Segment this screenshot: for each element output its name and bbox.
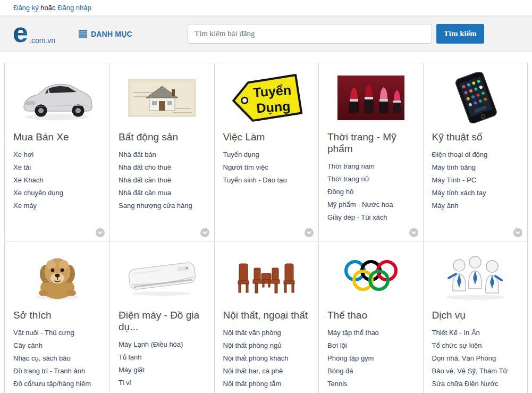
category-link[interactable]: Nội thất bar, cà phê	[223, 367, 283, 375]
category-link[interactable]: Mỹ phẩm - Nước hoa	[327, 200, 393, 209]
category-link[interactable]: Thời trang nữ	[327, 175, 369, 183]
category-link[interactable]: Bóng đá	[327, 367, 353, 375]
category-link[interactable]: Xe Khách	[13, 176, 43, 185]
category-link[interactable]: Xe hơi	[13, 150, 33, 159]
category-link-item: Thời trang nam	[327, 161, 415, 171]
category-link[interactable]: Máy tính bảng	[432, 163, 476, 172]
category-link[interactable]: Máy Lạnh (Điều hòa)	[119, 340, 183, 349]
category-link-item: Bóng đá	[327, 366, 415, 375]
category-link[interactable]: Dọn nhà, Văn Phòng	[432, 354, 496, 363]
expand-chevron-down-icon[interactable]	[409, 228, 418, 237]
category-link[interactable]: Đồ trang trí - Tranh ảnh	[13, 367, 85, 375]
category-link[interactable]: Cây cảnh	[13, 341, 43, 350]
category-link[interactable]: Nhà đất cần thuê	[119, 176, 171, 185]
category-link-item: Nội thất văn phòng	[223, 328, 310, 337]
furniture-photo[interactable]	[223, 250, 310, 302]
search-button[interactable]: Tìm kiếm	[436, 24, 484, 44]
category-link-item: Thời trang nữ	[327, 174, 415, 183]
air-conditioner-photo[interactable]	[119, 250, 206, 302]
category-link[interactable]: Đồng hồ	[327, 188, 353, 196]
category-title-link[interactable]: Việc Làm	[223, 131, 310, 143]
category-link[interactable]: Bảo vệ, Vệ Sỹ, Thám Tử	[432, 367, 508, 375]
category-link[interactable]: Ti vi	[119, 379, 131, 387]
olympic-rings-photo[interactable]	[327, 250, 415, 302]
category-link[interactable]: Máy Tính - PC	[432, 176, 477, 185]
login-link[interactable]: Đăng nhập	[57, 4, 91, 12]
house-photo[interactable]	[119, 72, 206, 124]
category-link[interactable]: Nhà đất bán	[119, 150, 156, 159]
puppy-photo[interactable]	[13, 250, 101, 302]
category-link-item: Máy ảnh	[432, 200, 519, 210]
category-card: Mua Bán Xe Xe hơiXe tảiXe KháchXe chuyên…	[5, 63, 109, 241]
category-link[interactable]: Sửa chữa Điện Nước	[432, 380, 499, 388]
recruitment-tag-photo[interactable]: Tuyển Dụng	[223, 72, 310, 124]
category-link[interactable]: Máy tính xách tay	[432, 189, 486, 197]
category-link[interactable]: Xe tải	[13, 163, 31, 172]
hamburger-icon	[79, 30, 87, 38]
category-link[interactable]: Xe máy	[13, 202, 37, 210]
category-link-item: Tennis	[327, 379, 415, 388]
category-link-item: Máy Lạnh (Điều hòa)	[119, 339, 206, 349]
category-link[interactable]: Máy ảnh	[432, 202, 459, 210]
category-link[interactable]: Thời trang nam	[327, 162, 375, 171]
car-photo[interactable]	[13, 72, 101, 124]
category-title-link[interactable]: Dịch vụ	[432, 310, 519, 321]
category-link[interactable]: Nội thất phòng khách	[223, 354, 289, 363]
category-menu-button[interactable]: DANH MỤC	[79, 30, 132, 38]
category-link[interactable]: Giầy dép - Túi xách	[327, 213, 387, 222]
category-title-link[interactable]: Thời trang - Mỹ phẩm	[327, 131, 415, 155]
category-link[interactable]: Vật nuôi - Thú cưng	[13, 329, 74, 337]
register-link[interactable]: Đăng ký	[13, 4, 39, 12]
category-link[interactable]: Đồ cổ/sưu tập/hàng hiếm	[13, 380, 91, 388]
category-link[interactable]: Nội thất văn phòng	[223, 329, 281, 337]
category-link-item: Thiết Kế - In Ấn	[432, 328, 519, 337]
category-link[interactable]: Người tìm việc	[223, 163, 268, 172]
service-figures-photo[interactable]	[432, 250, 519, 302]
category-link[interactable]: Tuyển dụng	[223, 150, 259, 159]
category-link[interactable]: Tennis	[327, 380, 348, 388]
search-input[interactable]	[188, 24, 432, 44]
expand-chevron-down-icon[interactable]	[305, 228, 314, 237]
category-link[interactable]: Nội thất phòng ngủ	[223, 341, 282, 350]
expand-chevron-down-icon[interactable]	[513, 228, 522, 237]
site-logo[interactable]: e .com.vn	[13, 20, 67, 48]
category-link-item: Nội thất phòng ngủ	[223, 340, 310, 350]
category-link-item: Nhà đất bán	[119, 149, 206, 159]
category-link[interactable]: Xe chuyên dụng	[13, 189, 63, 197]
category-link[interactable]: Tủ lạnh	[119, 353, 141, 362]
category-link[interactable]: Nội thất phòng tắm	[223, 380, 282, 388]
expand-chevron-down-icon[interactable]	[96, 228, 105, 237]
category-link[interactable]: Nhạc cụ, sách báo	[13, 354, 71, 363]
category-link-item: Máy giặt	[119, 365, 206, 374]
smartphone-photo[interactable]	[432, 72, 519, 124]
category-title-link[interactable]: Kỹ thuật số	[432, 131, 519, 143]
category-link[interactable]: Thiết Kế - In Ấn	[432, 329, 480, 337]
category-title-link[interactable]: Nội thất, ngoại thất	[223, 310, 310, 321]
category-link[interactable]: Phòng tập gym	[327, 354, 374, 363]
category-title-link[interactable]: Điện máy - Đồ gia dụ...	[119, 310, 206, 333]
category-link[interactable]: Nhà đất cho thuê	[119, 163, 171, 172]
category-card: Kỹ thuật số Điện thoại di độngMáy tính b…	[424, 63, 528, 241]
category-link[interactable]: Nhà đất cần mua	[119, 189, 171, 197]
lipstick-photo[interactable]	[327, 72, 415, 124]
category-link-item: Máy tập thể thao	[327, 328, 415, 337]
category-link-list: Máy Lạnh (Điều hòa)Tủ lạnhMáy giặtTi viM…	[119, 339, 206, 393]
category-link-item: Máy hút bụi	[119, 390, 206, 393]
category-link[interactable]: Điện thoại di động	[432, 150, 488, 159]
category-link-item: Máy tính bảng	[432, 162, 519, 172]
expand-chevron-down-icon[interactable]	[200, 228, 209, 237]
category-link-item: Tuyển sinh - Đào tạo	[223, 175, 310, 185]
category-title-link[interactable]: Mua Bán Xe	[13, 131, 101, 143]
category-link-item: Dọn nhà, Văn Phòng	[432, 353, 519, 363]
category-link[interactable]: Sang nhượng cửa hàng	[119, 202, 192, 210]
category-link[interactable]: Tổ chức sự kiện	[432, 341, 482, 350]
category-link[interactable]: Tuyển sinh - Đào tạo	[223, 176, 287, 185]
category-link[interactable]: Máy tập thể thao	[327, 329, 379, 337]
category-link[interactable]: Bơi lội	[327, 341, 347, 350]
category-link-item: Vật nuôi - Thú cưng	[13, 328, 101, 337]
category-card: Điện máy - Đồ gia dụ... Máy Lạnh (Điều h…	[110, 241, 214, 393]
category-title-link[interactable]: Sở thích	[13, 310, 101, 321]
category-link[interactable]: Máy giặt	[119, 366, 145, 374]
category-title-link[interactable]: Bất động sản	[119, 131, 206, 143]
category-title-link[interactable]: Thể thao	[327, 310, 415, 321]
